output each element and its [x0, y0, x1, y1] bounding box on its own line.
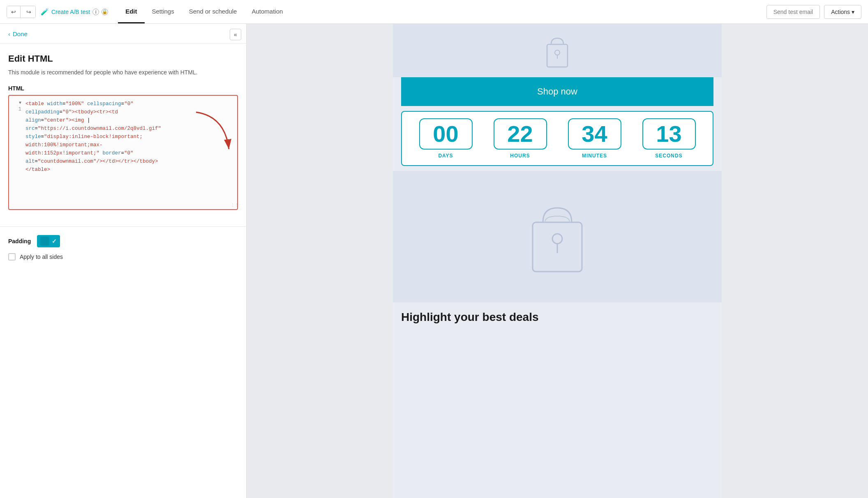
minutes-number: 34	[568, 118, 621, 150]
highlight-title: Highlight your best deals	[393, 302, 722, 328]
tab-send-schedule[interactable]: Send or schedule	[182, 0, 245, 23]
minutes-label: MINUTES	[582, 153, 607, 159]
ab-test-label: Create A/B test	[51, 9, 90, 15]
main-layout: « ‹ Done Edit HTML This module is recomm…	[0, 24, 868, 498]
toggle-checkmark: ✓	[52, 238, 57, 244]
padding-row: Padding ✓	[8, 235, 238, 247]
countdown-container: 00 DAYS 22 HOURS 34 MINUTES 13 SECONDS	[401, 111, 713, 166]
top-navigation: ↩ ↪ 🧪 Create A/B test i 🔒 Edit Settings …	[0, 0, 868, 24]
lock-icon: 🔒	[102, 9, 108, 15]
code-collapse-triangle: ▼	[19, 101, 21, 105]
hours-label: HOURS	[510, 153, 530, 159]
chevron-left-icon: ‹	[8, 30, 10, 37]
panel-content: Edit HTML This module is recommended for…	[0, 44, 246, 220]
right-panel-preview: Shop now 00 DAYS 22 HOURS 34 MINUTES 13 …	[247, 24, 868, 498]
edit-html-title: Edit HTML	[8, 53, 238, 64]
svg-point-5	[552, 234, 562, 244]
email-preview: Shop now 00 DAYS 22 HOURS 34 MINUTES 13 …	[393, 24, 722, 498]
code-line-5: style="display:inline-block!important;	[25, 133, 233, 141]
send-test-email-button[interactable]: Send test email	[766, 5, 820, 19]
flask-icon: 🧪	[41, 8, 49, 16]
html-field-label: HTML	[8, 85, 238, 92]
left-panel: « ‹ Done Edit HTML This module is recomm…	[0, 24, 247, 498]
done-label: Done	[13, 30, 28, 37]
preview-top-image	[393, 24, 722, 77]
padding-toggle[interactable]: ✓	[37, 235, 60, 247]
code-line-1: <table width="100%" cellspacing="0"	[25, 100, 233, 108]
svg-point-2	[555, 50, 560, 55]
countdown-seconds: 13 SECONDS	[642, 118, 696, 159]
countdown-hours: 22 HOURS	[494, 118, 547, 159]
hours-number: 22	[494, 118, 547, 150]
apply-all-label: Apply to all sides	[20, 254, 63, 260]
code-content-area[interactable]: <table width="100%" cellspacing="0" cell…	[25, 100, 233, 174]
code-line-2: cellpadding="0"><tbody><tr><td	[25, 108, 233, 116]
code-line-6: width:100%!important;max-	[25, 141, 233, 149]
code-line-8: alt="countdownmail.com"/></td></tr></tbo…	[25, 157, 233, 166]
apply-all-row: Apply to all sides	[8, 253, 238, 261]
done-link[interactable]: ‹ Done	[0, 24, 246, 44]
code-line-3: align="center"><img |	[25, 116, 233, 124]
redo-button[interactable]: ↪	[22, 6, 35, 18]
toggle-color-box	[40, 237, 49, 246]
bottom-bag-icon	[520, 196, 594, 278]
tab-edit[interactable]: Edit	[118, 0, 144, 23]
ab-test-link[interactable]: 🧪 Create A/B test i 🔒	[41, 8, 108, 16]
shop-now-button[interactable]: Shop now	[401, 77, 713, 106]
padding-label: Padding	[8, 238, 33, 244]
nav-tabs: Edit Settings Send or schedule Automatio…	[118, 0, 762, 23]
countdown-days: 00 DAYS	[419, 118, 473, 159]
seconds-label: SECONDS	[655, 153, 682, 159]
tab-settings[interactable]: Settings	[145, 0, 182, 23]
days-label: DAYS	[438, 153, 453, 159]
undo-button[interactable]: ↩	[7, 6, 21, 18]
actions-button[interactable]: Actions ▾	[824, 5, 861, 19]
padding-section: Padding ✓ Apply to all sides	[0, 226, 246, 269]
collapse-panel-button[interactable]: «	[230, 29, 241, 40]
code-line-7: width:1152px!important;" border="0"	[25, 149, 233, 157]
apply-all-checkbox[interactable]	[8, 253, 16, 261]
html-code-editor[interactable]: ▼ 1 <table width="100%" cellspacing="0" …	[8, 95, 238, 210]
resize-handle[interactable]: ⋮⋮	[231, 203, 235, 208]
countdown-minutes: 34 MINUTES	[568, 118, 621, 159]
days-number: 00	[419, 118, 473, 150]
line-number-1: 1	[13, 105, 21, 113]
tab-automation[interactable]: Automation	[244, 0, 290, 23]
code-line-9: </table>	[25, 166, 233, 174]
code-line-4: src="https://i.countdownmail.com/2q8vdl.…	[25, 124, 233, 133]
nav-action-buttons: Send test email Actions ▾	[766, 5, 861, 19]
edit-html-description: This module is recommended for people wh…	[8, 68, 238, 77]
info-icon: i	[92, 9, 99, 15]
top-bag-icon	[537, 30, 578, 71]
undo-redo-group: ↩ ↪	[7, 6, 36, 18]
preview-bottom-image	[393, 171, 722, 302]
seconds-number: 13	[642, 118, 696, 150]
